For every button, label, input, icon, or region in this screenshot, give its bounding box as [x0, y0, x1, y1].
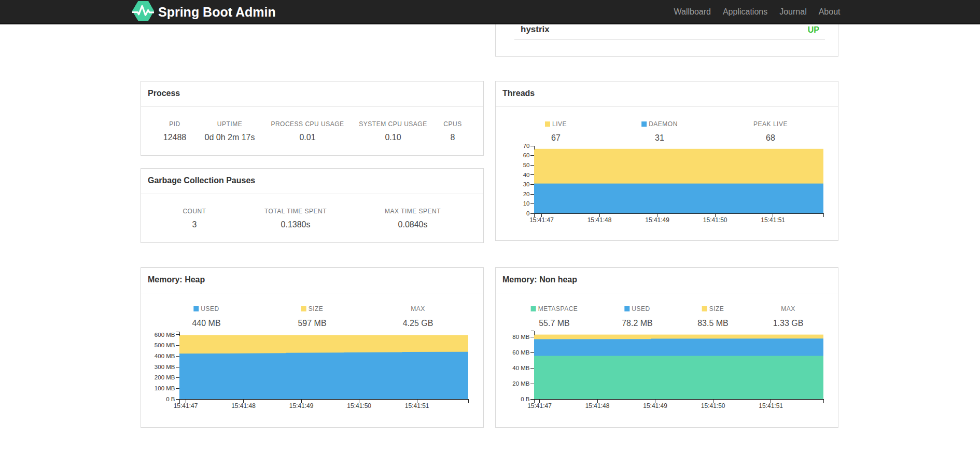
- svg-text:300 MB: 300 MB: [155, 364, 175, 370]
- svg-text:50: 50: [523, 162, 530, 168]
- svg-text:40 MB: 40 MB: [512, 365, 530, 371]
- svg-text:70: 70: [523, 143, 530, 149]
- svg-text:15:41:47: 15:41:47: [529, 216, 554, 224]
- svg-text:15:41:48: 15:41:48: [585, 402, 610, 410]
- svg-text:30: 30: [523, 181, 530, 187]
- svg-text:500 MB: 500 MB: [155, 342, 175, 348]
- svg-text:15:41:50: 15:41:50: [703, 216, 727, 224]
- svg-text:15:41:49: 15:41:49: [289, 402, 314, 410]
- svg-text:10: 10: [523, 200, 530, 207]
- svg-text:80 MB: 80 MB: [512, 334, 530, 340]
- svg-text:60: 60: [523, 152, 530, 158]
- svg-text:20 MB: 20 MB: [512, 380, 530, 387]
- svg-text:15:41:49: 15:41:49: [645, 216, 669, 224]
- svg-text:15:41:48: 15:41:48: [587, 216, 612, 224]
- svg-text:15:41:47: 15:41:47: [174, 402, 198, 410]
- svg-text:15:41:49: 15:41:49: [643, 402, 667, 410]
- svg-text:0 B: 0 B: [166, 396, 175, 402]
- svg-text:15:41:47: 15:41:47: [527, 402, 552, 410]
- svg-text:20: 20: [523, 191, 530, 197]
- svg-text:15:41:51: 15:41:51: [405, 402, 429, 410]
- svg-text:60 MB: 60 MB: [512, 349, 530, 356]
- svg-text:0 B: 0 B: [521, 396, 530, 402]
- svg-text:400 MB: 400 MB: [155, 353, 175, 359]
- svg-text:100 MB: 100 MB: [155, 385, 175, 391]
- svg-text:15:41:51: 15:41:51: [761, 216, 785, 224]
- svg-text:600 MB: 600 MB: [155, 332, 175, 338]
- svg-text:15:41:50: 15:41:50: [701, 402, 725, 410]
- svg-text:40: 40: [523, 172, 530, 178]
- svg-text:15:41:51: 15:41:51: [759, 402, 783, 410]
- svg-text:15:41:48: 15:41:48: [231, 402, 256, 410]
- svg-text:15:41:50: 15:41:50: [347, 402, 371, 410]
- svg-text:200 MB: 200 MB: [155, 374, 175, 380]
- svg-text:0: 0: [526, 210, 529, 216]
